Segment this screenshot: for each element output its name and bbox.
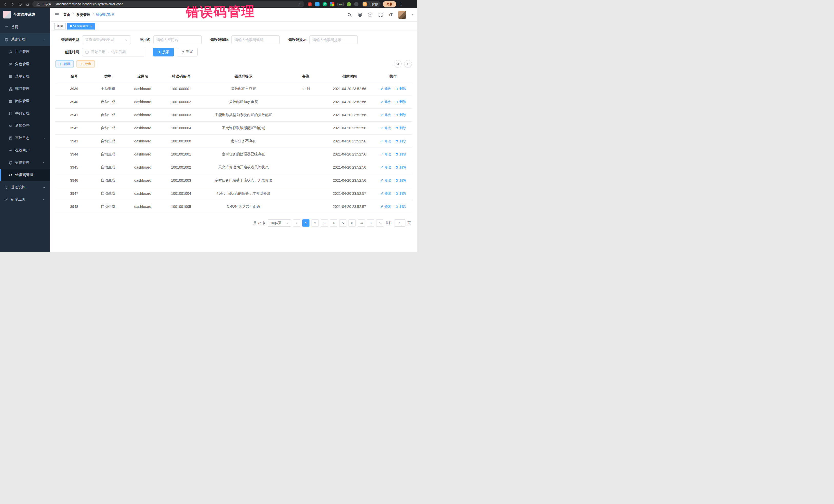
sidebar-item-audit-log[interactable]: 审计日志 [0,132,50,144]
bookmark-star-icon[interactable]: ☆ [298,2,301,6]
sidebar-item-menu-mgmt[interactable]: 菜单管理 [0,70,50,83]
date-range-picker[interactable]: 开始日期 - 结束日期 [82,48,144,57]
extension-on-badge[interactable]: on [337,2,344,6]
reset-button[interactable]: 重置 [177,48,198,57]
sidebar-item-notice[interactable]: 通知公告 [0,119,50,132]
home-icon[interactable] [25,2,30,7]
tab-error-code[interactable]: 错误码管理 × [67,23,95,29]
cell-app: dashboard [123,109,162,122]
refresh-table-button[interactable] [404,60,412,68]
extension-icon[interactable] [315,2,320,6]
edit-button[interactable]: 修改 [380,100,391,104]
search-icon[interactable] [347,12,352,17]
edit-button[interactable]: 修改 [380,191,391,196]
extension-icon[interactable] [308,2,312,6]
chevron-down-icon [43,198,46,201]
edit-button[interactable]: 修改 [380,178,391,183]
toggle-search-button[interactable] [394,60,402,68]
sidebar-item-post-mgmt[interactable]: 岗位管理 [0,95,50,107]
delete-button[interactable]: 删除 [395,86,406,91]
edit-button[interactable]: 修改 [380,113,391,117]
sidebar-item-system[interactable]: 系统管理 [0,34,50,46]
sidebar-item-sms-mgmt[interactable]: 短信管理 [0,156,50,169]
sidebar-item-user-mgmt[interactable]: 用户管理 [0,46,50,58]
tools-icon [5,198,8,202]
page-number[interactable]: 8 [367,219,374,226]
browser-menu-dots-icon[interactable]: ⋮ [398,2,404,6]
sidebar-item-dept-mgmt[interactable]: 部门管理 [0,83,50,95]
user-avatar[interactable] [398,11,406,19]
fullscreen-icon[interactable] [378,12,383,17]
more-pages-button[interactable]: ••• [358,219,365,226]
app-name-input[interactable] [153,36,202,44]
avatar-caret-icon[interactable]: ▾ [412,13,413,16]
delete-button[interactable]: 删除 [395,152,406,156]
error-code-input[interactable] [232,36,280,44]
page-number[interactable]: 6 [349,219,356,226]
delete-button[interactable]: 删除 [395,178,406,183]
sidebar-item-infrastructure[interactable]: 基础设施 [0,181,50,194]
extension-icon[interactable] [347,2,351,6]
sidebar-item-devtools[interactable]: 研发工具 [0,194,50,206]
goto-page-input[interactable] [394,219,405,226]
paused-label: 已暂停 [369,2,378,6]
delete-label: 删除 [399,100,406,104]
edit-button[interactable]: 修改 [380,152,391,156]
page-number[interactable]: 4 [330,219,337,226]
update-button[interactable]: 更新 [383,1,396,7]
sidebar-item-role-mgmt[interactable]: 角色管理 [0,58,50,70]
sidebar-item-error-code[interactable]: 错误码管理 [0,169,50,181]
tab-home[interactable]: 首页 [54,23,66,29]
delete-button[interactable]: 删除 [395,139,406,144]
cell-msg: 只允许修改为开启或者关闭状态 [200,161,287,174]
close-tab-icon[interactable]: × [90,24,92,28]
github-icon[interactable] [357,12,363,17]
error-type-select[interactable]: 请选择错误码类型 [82,36,131,44]
edit-button[interactable]: 修改 [380,86,391,91]
page-size-select[interactable]: 10条/页 [268,219,291,226]
add-button[interactable]: 新增 [56,60,74,67]
next-page-button[interactable] [376,219,383,226]
sidebar-item-online-users[interactable]: 在线用户 [0,144,50,156]
search-button[interactable]: 搜索 [153,48,174,57]
forward-icon[interactable] [10,2,15,7]
breadcrumb-system[interactable]: 系统管理 [76,13,90,17]
edit-button[interactable]: 修改 [380,204,391,209]
edit-button[interactable]: 修改 [380,139,391,144]
chevron-down-icon [43,136,46,139]
page-number[interactable]: 2 [311,219,319,226]
edit-button[interactable]: 修改 [380,126,391,130]
hamburger-icon[interactable] [54,12,60,18]
profile-paused-chip[interactable]: 已暂停 [362,1,380,7]
reload-icon[interactable] [18,2,23,7]
delete-button[interactable]: 删除 [395,126,406,130]
breadcrumb-home[interactable]: 首页 [63,13,70,17]
error-hint-input[interactable] [309,36,358,44]
edit-button[interactable]: 修改 [380,165,391,170]
cell-id: 3939 [56,82,93,95]
table-toolbar: 新增 导出 [56,60,412,68]
tags-view: 首页 错误码管理 × [50,22,417,31]
extension-pin-icon[interactable] [354,2,358,6]
delete-button[interactable]: 删除 [395,165,406,170]
sidebar-item-dict-mgmt[interactable]: 字典管理 [0,107,50,119]
delete-button[interactable]: 删除 [395,204,406,209]
address-bar[interactable]: 不安全 dashboard.yudao.iocoder.cn/system/er… [32,1,304,7]
page-number[interactable]: 5 [339,219,347,226]
cell-msg: 定时任务不存在 [200,135,287,148]
export-button[interactable]: 导出 [76,60,95,67]
font-size-icon[interactable]: TT [389,13,393,17]
back-icon[interactable] [3,2,8,7]
page-number[interactable]: 1 [302,219,309,226]
extension-icon[interactable] [330,2,334,6]
delete-button[interactable]: 删除 [395,100,406,104]
prev-page-button[interactable] [293,219,300,226]
cell-actions: 修改 删除 [374,109,412,122]
extension-icon[interactable]: V [323,2,327,6]
help-icon[interactable]: ? [368,13,372,17]
sidebar-item-home[interactable]: 首页 [0,21,50,34]
page-number[interactable]: 3 [321,219,328,226]
delete-button[interactable]: 删除 [395,113,406,117]
cell-type: 自动生成 [93,122,123,135]
delete-button[interactable]: 删除 [395,191,406,196]
